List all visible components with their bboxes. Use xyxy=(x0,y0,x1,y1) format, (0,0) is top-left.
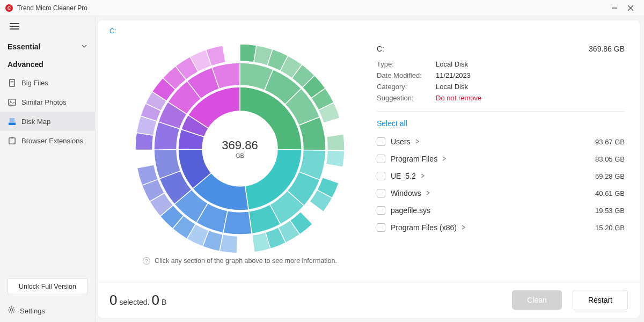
meta-key: Type: xyxy=(377,60,436,68)
file-size: 93.67 GB xyxy=(595,138,625,146)
checkbox[interactable] xyxy=(377,172,385,180)
disk-icon xyxy=(8,117,16,126)
file-name: pagefile.sys xyxy=(391,206,595,215)
sidebar-item-label: Big Files xyxy=(21,79,48,87)
svg-rect-9 xyxy=(8,99,15,105)
file-size: 40.61 GB xyxy=(595,189,625,197)
minimize-button[interactable] xyxy=(606,3,623,13)
section-label: Advanced xyxy=(8,60,43,69)
restart-button[interactable]: Restart xyxy=(573,290,628,310)
drive-meta-row: Date Modified:11/21/2023 xyxy=(377,70,625,81)
svg-rect-13 xyxy=(9,137,14,143)
meta-value: 11/21/2023 xyxy=(436,71,471,79)
sunburst-chart[interactable]: 369.86 GB xyxy=(122,41,358,256)
file-name: Windows xyxy=(391,189,595,197)
drive-name: C: xyxy=(377,45,384,53)
svg-rect-12 xyxy=(9,118,14,122)
unlock-full-version-button[interactable]: Unlock Full Version xyxy=(8,278,87,295)
meta-key: Suggestion: xyxy=(377,94,436,102)
select-all-link[interactable]: Select all xyxy=(377,117,625,133)
file-name: UE_5.2 xyxy=(391,172,595,180)
app-logo-icon: C xyxy=(5,4,13,12)
sidebar-item-big-files[interactable]: Big Files xyxy=(0,73,95,92)
meta-value: Do not remove xyxy=(436,94,481,102)
sidebar-item-disk-map[interactable]: Disk Map xyxy=(0,112,95,131)
file-name: Program Files xyxy=(391,155,595,163)
settings-label: Settings xyxy=(20,307,45,315)
meta-value: Local Disk xyxy=(436,83,468,91)
sidebar: Essential Advanced Big Files Similar Pho… xyxy=(0,16,96,322)
gear-icon xyxy=(8,306,16,316)
sidebar-item-label: Disk Map xyxy=(21,118,50,126)
divider xyxy=(377,111,625,112)
drive-meta-row: Category:Local Disk xyxy=(377,81,625,92)
chevron-right-icon xyxy=(461,224,466,231)
app-title: Trend Micro Cleaner Pro xyxy=(17,4,606,12)
drive-header: C: 369.86 GB xyxy=(377,41,625,58)
drive-meta-row: Suggestion:Do not remove xyxy=(377,92,625,104)
file-size: 83.05 GB xyxy=(595,155,625,163)
chevron-right-icon xyxy=(426,189,430,197)
meta-key: Date Modified: xyxy=(377,71,436,79)
breadcrumb[interactable]: C: xyxy=(98,20,640,39)
section-advanced[interactable]: Advanced xyxy=(0,56,95,73)
sidebar-settings[interactable]: Settings xyxy=(0,301,95,322)
chevron-down-icon xyxy=(81,42,87,52)
chart-hint: ? Click any section of the graph above t… xyxy=(143,257,337,265)
svg-rect-11 xyxy=(8,122,15,125)
file-size: 59.28 GB xyxy=(595,172,625,180)
file-row[interactable]: UE_5.2 59.28 GB xyxy=(377,167,625,185)
meta-value: Local Disk xyxy=(436,60,468,68)
chart-center-label: 369.86 GB xyxy=(222,138,258,159)
footer: 0 selected. 0 B Clean Restart xyxy=(98,282,640,318)
sidebar-item-similar-photos[interactable]: Similar Photos xyxy=(0,92,95,112)
drive-size: 369.86 GB xyxy=(589,45,625,53)
drive-meta-row: Type:Local Disk xyxy=(377,58,625,70)
sidebar-item-label: Similar Photos xyxy=(21,98,67,106)
svg-point-14 xyxy=(11,137,13,138)
file-row[interactable]: Program Files 83.05 GB xyxy=(377,150,625,167)
file-row[interactable]: Windows 40.61 GB xyxy=(377,185,625,202)
meta-key: Category: xyxy=(377,83,436,91)
clean-button[interactable]: Clean xyxy=(512,290,562,310)
sidebar-item-label: Browser Extensions xyxy=(21,137,83,145)
checkbox[interactable] xyxy=(377,137,385,146)
selection-counter: 0 selected. 0 B xyxy=(109,292,166,309)
file-size: 19.53 GB xyxy=(595,207,625,215)
checkbox[interactable] xyxy=(377,223,385,232)
file-name: Users xyxy=(391,137,595,146)
file-name: Program Files (x86) xyxy=(391,223,595,232)
section-essential[interactable]: Essential xyxy=(0,38,95,56)
title-bar: C Trend Micro Cleaner Pro xyxy=(0,0,644,16)
svg-point-10 xyxy=(10,100,11,101)
chevron-right-icon xyxy=(415,138,420,145)
chevron-right-icon xyxy=(420,172,425,180)
file-size: 15.20 GB xyxy=(595,224,625,232)
file-row[interactable]: Users 93.67 GB xyxy=(377,133,625,150)
checkbox[interactable] xyxy=(377,206,385,215)
section-label: Essential xyxy=(8,42,40,51)
file-icon xyxy=(8,78,16,87)
sidebar-item-browser-ext[interactable]: Browser Extensions xyxy=(0,131,95,150)
main-panel: C: 369.86 GB ? Click any section of the … xyxy=(98,20,640,318)
photo-icon xyxy=(8,98,16,106)
close-button[interactable] xyxy=(623,3,639,13)
svg-point-15 xyxy=(10,309,13,311)
file-row[interactable]: Program Files (x86) 15.20 GB xyxy=(377,219,625,236)
checkbox[interactable] xyxy=(377,189,385,197)
checkbox[interactable] xyxy=(377,155,385,163)
info-icon: ? xyxy=(143,257,150,265)
chevron-right-icon xyxy=(442,155,447,163)
file-row[interactable]: pagefile.sys 19.53 GB xyxy=(377,202,625,219)
hamburger-menu[interactable] xyxy=(0,16,95,38)
puzzle-icon xyxy=(8,136,16,145)
